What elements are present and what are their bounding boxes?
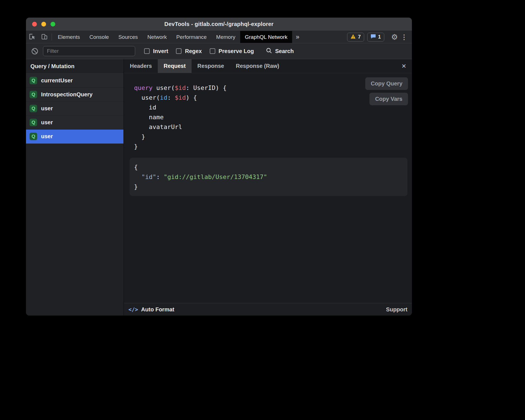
request-item-label: user [41, 105, 53, 112]
devtools-tabbar: Elements Console Sources Network Perform… [26, 31, 412, 43]
invert-checkbox[interactable] [144, 48, 150, 54]
tab-console[interactable]: Console [85, 31, 114, 43]
invert-checkbox-group: Invert [144, 48, 168, 54]
query-type-badge: Q [30, 133, 37, 140]
warning-count: 7 [358, 34, 361, 40]
request-item-user-2[interactable]: Q user [26, 116, 123, 130]
filter-toolbar: Invert Regex Preserve Log Search [26, 43, 412, 59]
search-button[interactable]: Search [266, 47, 294, 55]
query-type-badge: Q [30, 77, 37, 84]
detail-tabbar: Headers Request Response Response (Raw) … [124, 59, 412, 73]
zoom-window-button[interactable] [51, 22, 55, 27]
close-panel-icon[interactable]: ✕ [401, 63, 406, 70]
query-type-badge: Q [30, 91, 37, 98]
invert-label: Invert [153, 48, 168, 54]
settings-gear-icon[interactable]: ⚙ [391, 33, 398, 42]
variables-code: { "id": "gid://gitlab/User/13704317"} [134, 162, 403, 192]
tab-graphql-network[interactable]: GraphQL Network [240, 31, 292, 43]
request-item-label: user [41, 119, 53, 126]
request-item-user-1[interactable]: Q user [26, 102, 123, 116]
minimize-window-button[interactable] [41, 22, 46, 27]
issues-badge[interactable]: 1 [367, 33, 384, 42]
filter-input[interactable] [43, 46, 135, 56]
query-type-badge: Q [30, 105, 37, 112]
copy-vars-button[interactable]: Copy Vars [369, 93, 408, 105]
preserve-log-checkbox-group: Preserve Log [210, 48, 254, 54]
regex-checkbox-group: Regex [176, 48, 202, 54]
search-icon [266, 47, 272, 55]
toolbar-divider [52, 34, 52, 40]
inspect-element-button[interactable] [26, 31, 38, 43]
tab-sources[interactable]: Sources [114, 31, 143, 43]
titlebar: DevTools - gitlab.com/-/graphql-explorer [26, 18, 412, 31]
warning-triangle-icon [350, 34, 356, 40]
panel-footer: </> Auto Format Support [124, 303, 412, 316]
tab-network[interactable]: Network [143, 31, 172, 43]
request-list-sidebar: Query / Mutation Q currentUser Q Introsp… [26, 59, 124, 316]
copy-query-button[interactable]: Copy Query [365, 77, 408, 90]
tab-memory[interactable]: Memory [211, 31, 240, 43]
clear-requests-icon[interactable] [31, 47, 39, 55]
variables-box: { "id": "gid://gitlab/User/13704317"} [130, 158, 407, 196]
request-item-label: user [41, 133, 53, 140]
code-brackets-icon: </> [128, 306, 138, 312]
warnings-badge[interactable]: 7 [347, 33, 364, 42]
more-options-icon[interactable]: ⋮ [401, 33, 407, 41]
support-link[interactable]: Support [386, 306, 407, 313]
chat-bubble-icon [371, 34, 376, 40]
tab-headers[interactable]: Headers [124, 59, 158, 73]
preserve-log-label: Preserve Log [219, 48, 254, 54]
request-item-user-3-selected[interactable]: Q user [26, 130, 123, 144]
regex-label: Regex [185, 48, 202, 54]
request-item-currentuser[interactable]: Q currentUser [26, 74, 123, 88]
request-item-label: IntrospectionQuery [41, 91, 92, 98]
query-code: query user($id: UserID) { user(id: $id) … [130, 83, 407, 151]
inspect-cursor-icon [28, 33, 36, 41]
auto-format-button[interactable]: Auto Format [141, 306, 174, 313]
preserve-log-checkbox[interactable] [210, 48, 215, 54]
request-detail-panel: Headers Request Response Response (Raw) … [124, 59, 412, 316]
tab-response-raw[interactable]: Response (Raw) [230, 59, 285, 73]
content-split: Query / Mutation Q currentUser Q Introsp… [26, 59, 412, 316]
close-window-button[interactable] [32, 22, 37, 27]
devtools-window: DevTools - gitlab.com/-/graphql-explorer… [26, 18, 412, 316]
device-toolbar-icon [41, 33, 48, 41]
tab-performance[interactable]: Performance [171, 31, 211, 43]
request-item-label: currentUser [41, 77, 73, 84]
query-type-badge: Q [30, 119, 37, 126]
window-title: DevTools - gitlab.com/-/graphql-explorer [26, 21, 412, 27]
tabbar-spacer [303, 31, 347, 43]
more-tabs-button[interactable]: » [292, 31, 303, 43]
regex-checkbox[interactable] [176, 48, 182, 54]
search-label: Search [275, 48, 294, 54]
request-item-introspectionquery[interactable]: Q IntrospectionQuery [26, 88, 123, 102]
tab-elements[interactable]: Elements [53, 31, 85, 43]
device-toolbar-button[interactable] [38, 31, 51, 43]
sidebar-header: Query / Mutation [26, 59, 123, 74]
issue-count: 1 [378, 34, 381, 40]
traffic-lights [32, 18, 55, 31]
tab-request[interactable]: Request [158, 59, 192, 73]
request-body: Copy Query Copy Vars query user($id: Use… [124, 73, 412, 303]
tab-response[interactable]: Response [192, 59, 230, 73]
